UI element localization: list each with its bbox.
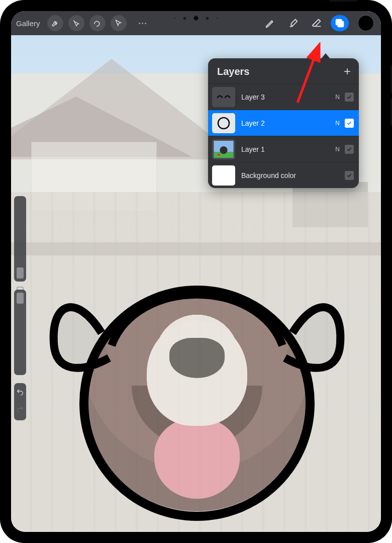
dog-outline-drawing [46, 257, 348, 529]
layer-blend-mode[interactable]: N [335, 94, 340, 101]
adjustments-icon[interactable] [68, 15, 84, 31]
slider-handle[interactable] [17, 293, 24, 304]
top-toolbar: Gallery [11, 11, 381, 35]
layer-visibility-checkbox[interactable] [345, 93, 354, 102]
cursor-icon[interactable] [111, 15, 127, 31]
layer-thumbnail [212, 139, 235, 159]
layer-row[interactable]: Layer 2 N [208, 110, 359, 136]
power-button[interactable] [329, 0, 357, 2]
svg-point-7 [218, 153, 220, 156]
opacity-slider[interactable] [14, 290, 26, 375]
layer-visibility-checkbox[interactable] [345, 171, 354, 180]
screen: Gallery [11, 11, 381, 532]
color-icon[interactable] [358, 15, 374, 31]
layer-thumbnail [212, 113, 235, 133]
layers-panel-title: Layers [217, 66, 250, 77]
layer-visibility-checkbox[interactable] [345, 119, 354, 128]
add-layer-button[interactable]: + [344, 65, 351, 77]
svg-rect-2 [338, 21, 343, 27]
more-menu-icon[interactable] [136, 20, 149, 27]
layer-name: Layer 1 [241, 145, 335, 153]
camera-assembly [166, 16, 226, 20]
layers-icon[interactable] [331, 15, 349, 31]
gallery-button[interactable]: Gallery [16, 19, 40, 28]
undo-redo-group [14, 383, 26, 420]
undo-button[interactable] [16, 388, 24, 398]
redo-button[interactable] [16, 405, 24, 415]
layer-name: Background color [241, 171, 340, 179]
svg-point-0 [84, 290, 310, 516]
selection-icon[interactable] [89, 15, 106, 31]
layer-row[interactable]: Layer 3 N [208, 83, 359, 110]
layer-name: Layer 3 [241, 93, 335, 101]
smudge-icon[interactable] [284, 15, 303, 31]
layer-thumbnail [212, 87, 235, 107]
svg-point-6 [220, 146, 227, 154]
layers-panel: Layers + Layer 3 N Layer 2 N [208, 58, 359, 188]
layer-thumbnail [212, 165, 235, 186]
slider-handle[interactable] [17, 267, 24, 279]
eraser-icon[interactable] [308, 15, 326, 31]
layer-blend-mode[interactable]: N [335, 146, 340, 153]
brush-icon[interactable] [261, 15, 279, 31]
procreate-app: Gallery [11, 11, 381, 532]
layer-visibility-checkbox[interactable] [345, 145, 354, 154]
ipad-frame: Gallery [0, 0, 392, 543]
layer-name: Layer 2 [241, 119, 335, 127]
wrench-icon[interactable] [47, 15, 63, 31]
layer-row[interactable]: Layer 1 N [208, 136, 359, 162]
brush-size-slider[interactable] [14, 196, 26, 282]
layer-blend-mode[interactable]: N [335, 120, 340, 127]
layer-row[interactable]: Background color [208, 162, 359, 188]
svg-point-3 [218, 117, 229, 128]
